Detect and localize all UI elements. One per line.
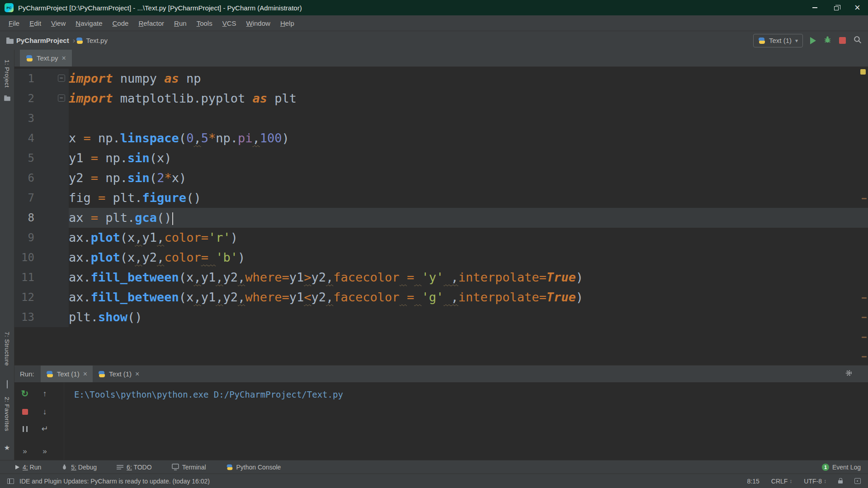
code-line-9[interactable]: 9ax.plot(x,y1,color='r'): [14, 228, 868, 248]
pause-icon[interactable]: [19, 423, 31, 435]
tool-button-structure[interactable]: 7: Structure: [4, 332, 10, 366]
stop-icon[interactable]: [19, 406, 31, 418]
toolbar-python-console[interactable]: Python Console: [226, 464, 281, 471]
search-icon: [853, 35, 862, 44]
run-tab-1[interactable]: Text (1): [41, 366, 93, 382]
menu-edit[interactable]: Edit: [24, 19, 46, 27]
editor-tab-bar: Text.py: [14, 50, 868, 67]
run-panel-title: Run:: [20, 370, 34, 378]
close-tab-icon[interactable]: [135, 371, 139, 378]
menu-tools[interactable]: Tools: [192, 19, 217, 27]
python-file-icon: [26, 55, 33, 62]
soft-wrap-icon[interactable]: [39, 423, 51, 435]
close-tab-icon[interactable]: [62, 55, 66, 62]
run-panel: E:\Tools\python\python.exe D:/PyCharmPro…: [14, 382, 868, 460]
minimize-button[interactable]: [804, 0, 826, 15]
code-text: import matplotlib.pyplot as plt: [69, 89, 297, 108]
caret-position[interactable]: 8:15: [747, 478, 760, 485]
restore-button[interactable]: [826, 0, 847, 15]
breadcrumb-file[interactable]: Text.py: [86, 37, 108, 44]
menu-refactor[interactable]: Refactor: [133, 19, 169, 27]
run-console[interactable]: E:\Tools\python\python.exe D:/PyCharmPro…: [64, 382, 868, 460]
project-folder-icon[interactable]: [4, 95, 11, 103]
pycharm-window: PyCharmProject [D:\PyCharmProject] - ...…: [0, 0, 868, 488]
fold-gutter: [34, 287, 69, 307]
code-line-2[interactable]: 2import matplotlib.pyplot as plt: [14, 89, 868, 108]
event-log-button[interactable]: 1 Event Log: [822, 464, 861, 471]
toolbar-todo[interactable]: 6: TODO: [117, 464, 152, 471]
code-line-7[interactable]: 7fig = plt.figure(): [14, 188, 868, 208]
breadcrumb-project[interactable]: PyCharmProject: [16, 37, 69, 44]
stop-button[interactable]: [839, 37, 846, 44]
code-line-3[interactable]: 3: [14, 108, 868, 128]
code-text: ax = plt.gca(): [69, 208, 173, 228]
code-line-8[interactable]: 8ax = plt.gca(): [14, 208, 868, 228]
fold-icon[interactable]: [58, 75, 65, 82]
line-number: 8: [14, 208, 34, 228]
menu-run[interactable]: Run: [169, 19, 192, 27]
close-tab-icon[interactable]: [83, 371, 87, 378]
menu-file[interactable]: File: [4, 19, 24, 27]
line-number: 4: [14, 128, 34, 148]
inspection-indicator[interactable]: [860, 69, 866, 75]
line-separator-select[interactable]: CRLF: [771, 478, 793, 485]
code-line-11[interactable]: 11ax.fill_between(x,y1,y2,where=y1>y2,fa…: [14, 267, 868, 287]
fold-gutter: [34, 208, 69, 228]
menu-navigate[interactable]: Navigate: [71, 19, 107, 27]
editor[interactable]: 1import numpy as np2import matplotlib.py…: [14, 67, 868, 365]
code-line-13[interactable]: 13plt.show(): [14, 307, 868, 327]
fold-icon[interactable]: [58, 94, 65, 102]
code-line-10[interactable]: 10ax.plot(x,y2,color= 'b'): [14, 248, 868, 267]
run-button[interactable]: [810, 37, 816, 44]
code-line-1[interactable]: 1import numpy as np: [14, 69, 868, 89]
line-number: 13: [14, 307, 34, 327]
rerun-icon[interactable]: [19, 388, 31, 399]
bug-icon: [823, 35, 832, 44]
python-file-icon: [98, 371, 105, 378]
tab-text-py[interactable]: Text.py: [20, 50, 72, 66]
down-stack-icon[interactable]: [39, 406, 51, 418]
more-actions-icon[interactable]: [39, 446, 51, 457]
close-icon: [854, 3, 860, 13]
code-line-4[interactable]: 4x = np.linspace(0,5*np.pi,100): [14, 128, 868, 148]
menu-help[interactable]: Help: [275, 19, 299, 27]
python-file-icon: [76, 37, 83, 44]
code-text: fig = plt.figure(): [69, 188, 201, 208]
fold-gutter: [34, 128, 69, 148]
code-line-5[interactable]: 5y1 = np.sin(x): [14, 148, 868, 168]
menu-code[interactable]: Code: [108, 19, 134, 27]
encoding-select[interactable]: UTF-8: [804, 478, 826, 485]
toolbar-terminal[interactable]: Terminal: [172, 464, 206, 471]
favorites-toolwindow-icon[interactable]: [7, 380, 8, 389]
fold-gutter[interactable]: [34, 89, 69, 108]
search-everywhere-button[interactable]: [853, 35, 862, 46]
run-tab-2[interactable]: Text (1): [93, 366, 145, 382]
close-button[interactable]: [847, 0, 868, 15]
fold-gutter: [34, 307, 69, 327]
menu-view[interactable]: View: [46, 19, 71, 27]
menu-window[interactable]: Window: [241, 19, 275, 27]
warning-stripe-mark: [862, 337, 867, 338]
lock-icon[interactable]: [838, 480, 843, 483]
line-number: 6: [14, 168, 34, 188]
tool-button-favorites[interactable]: 2: Favorites: [4, 397, 10, 432]
up-stack-icon[interactable]: [39, 388, 51, 399]
more-actions-icon[interactable]: [19, 446, 31, 457]
toolbar-run[interactable]: 4: Run: [15, 464, 41, 471]
toolbar-debug[interactable]: 5: Debug: [61, 464, 97, 471]
star-icon[interactable]: [4, 444, 10, 452]
code-line-6[interactable]: 6y2 = np.sin(2*x): [14, 168, 868, 188]
indicator-icon[interactable]: [854, 478, 861, 484]
toolwindow-switcher-icon[interactable]: [7, 479, 14, 484]
console-command-line: E:\Tools\python\python.exe D:/PyCharmPro…: [74, 389, 868, 400]
fold-gutter: [34, 228, 69, 248]
fold-gutter[interactable]: [34, 69, 69, 89]
run-configuration-select[interactable]: Text (1): [753, 34, 803, 47]
code-line-12[interactable]: 12ax.fill_between(x,y1,y2,where=y1<y2,fa…: [14, 287, 868, 307]
tool-button-project[interactable]: 1: Project: [4, 60, 10, 88]
debug-button[interactable]: [823, 35, 832, 46]
warning-stripe-mark: [862, 317, 867, 318]
code-text: ax.plot(x,y1,color='r'): [69, 228, 238, 248]
menu-vcs[interactable]: VCS: [217, 19, 241, 27]
settings-button[interactable]: [845, 369, 853, 379]
